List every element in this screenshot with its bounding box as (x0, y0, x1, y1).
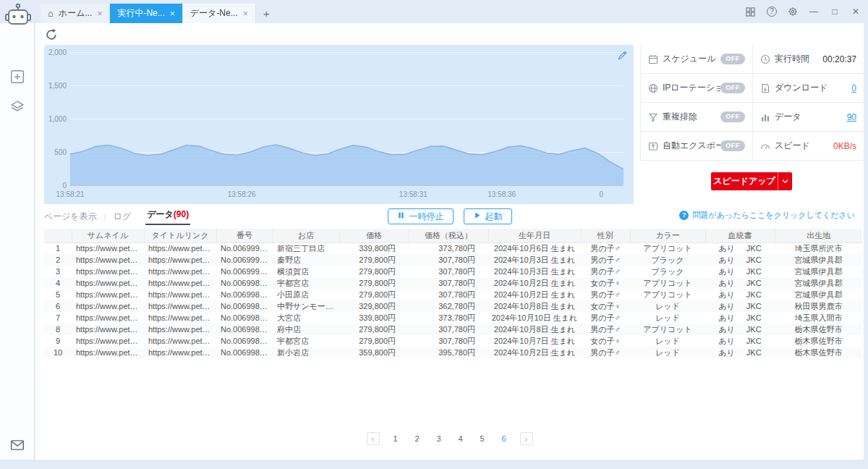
table-cell: 395,780円 (409, 347, 488, 358)
table-cell: 373,780円 (409, 312, 488, 324)
prev-page-icon[interactable]: ‹ (367, 432, 380, 445)
table-row[interactable]: 4https://www.pet-coo.com/...https://www.… (44, 277, 862, 289)
tab-data[interactable]: データ(90) (145, 208, 190, 225)
table-cell[interactable]: https://www.pet-coo.com/... (144, 254, 216, 266)
table-cell: 女の子♀ (581, 300, 630, 312)
table-cell[interactable]: https://www.pet-coo.com/... (144, 266, 216, 277)
table-cell[interactable]: https://www.pet-coo.com/... (144, 277, 216, 289)
page-number-6[interactable]: 6 (498, 434, 510, 443)
table-cell: No.00699836 (216, 324, 273, 335)
table-cell: 栃木県佐野市 (775, 335, 862, 347)
table-cell[interactable]: https://www.pet-coo.com/... (144, 300, 216, 312)
table-row[interactable]: 1https://www.pet-coo.com/...https://www.… (44, 242, 862, 254)
table-cell[interactable]: https://www.pet-coo.com/... (72, 324, 144, 335)
table-cell[interactable]: https://www.pet-coo.com/... (72, 347, 144, 358)
tab-home[interactable]: ⌂ ホーム... × (41, 4, 110, 23)
refresh-icon[interactable] (45, 28, 58, 41)
table-cell[interactable]: https://www.pet-coo.com/... (72, 335, 144, 347)
help-icon[interactable]: ? (767, 7, 777, 17)
tab-show-page[interactable]: ページを表示 (44, 211, 97, 223)
table-cell: 男の子♂ (581, 347, 630, 358)
schedule-setting[interactable]: スケジュール OFF (641, 45, 753, 73)
download-value[interactable]: 0 (851, 83, 856, 93)
trouble-help-link[interactable]: ? 問題があったらここをクリックしてください (679, 210, 855, 221)
table-cell[interactable]: https://www.pet-coo.com/... (144, 312, 216, 324)
table-cell[interactable]: https://www.pet-coo.com/... (144, 324, 216, 335)
table-cell: 2024年10月2日 生まれ (488, 289, 581, 300)
pause-button[interactable]: 一時停止 (388, 208, 454, 224)
table-cell[interactable]: https://www.pet-coo.com/... (72, 312, 144, 324)
chevron-down-icon[interactable] (778, 172, 792, 190)
table-cell[interactable]: https://www.pet-coo.com/... (72, 266, 144, 277)
table-row[interactable]: 3https://www.pet-coo.com/...https://www.… (44, 266, 862, 277)
ip-rotation-setting[interactable]: IPローテーション OFF (641, 74, 753, 102)
page-number-2[interactable]: 2 (412, 434, 423, 443)
table-cell[interactable]: https://www.pet-coo.com/... (72, 254, 144, 266)
tab-running-label: 実行中-Ne... (117, 7, 164, 20)
table-cell: アプリコット (630, 289, 705, 300)
table-cell[interactable]: https://www.pet-coo.com/... (72, 242, 144, 254)
table-cell: 新小岩店 (273, 347, 339, 358)
table-cell: 宮城県伊具郡 (775, 266, 862, 277)
question-circle-icon: ? (679, 211, 689, 220)
table-row[interactable]: 6https://www.pet-coo.com/...https://www.… (44, 300, 862, 312)
new-tab-button[interactable]: + (256, 4, 277, 23)
feedback-mail-icon[interactable] (10, 438, 25, 455)
table-cell: No.00699874 (216, 300, 273, 312)
table-cell: 大宮店 (273, 312, 339, 324)
ip-rotation-label: IPローテーション (663, 82, 720, 94)
table-row[interactable]: 7https://www.pet-coo.com/...https://www.… (44, 312, 862, 324)
dedup-setting[interactable]: 重複排除 OFF (641, 103, 753, 131)
auto-export-setting[interactable]: 自動エクスポート OFF (641, 132, 753, 160)
app-logo-robot-icon[interactable] (4, 1, 33, 30)
table-row[interactable]: 5https://www.pet-coo.com/...https://www.… (44, 289, 862, 300)
data-value[interactable]: 90 (847, 112, 856, 122)
page-number-5[interactable]: 5 (477, 434, 488, 443)
table-row[interactable]: 10https://www.pet-coo.com/...https://www… (44, 347, 862, 358)
page-number-1[interactable]: 1 (390, 434, 401, 443)
edit-pencil-icon[interactable] (618, 50, 627, 63)
table-cell[interactable]: https://www.pet-coo.com/... (72, 277, 144, 289)
settings-gear-icon[interactable] (788, 7, 798, 17)
table-row[interactable]: 2https://www.pet-coo.com/...https://www.… (44, 254, 862, 266)
table-cell[interactable]: https://www.pet-coo.com/... (144, 242, 216, 254)
column-header: お店 (273, 229, 339, 242)
schedule-toggle[interactable]: OFF (720, 54, 745, 64)
table-cell: 279,800円 (339, 324, 409, 335)
start-button[interactable]: 起動 (464, 208, 512, 224)
tab-data-task[interactable]: データ-Ne... × (183, 4, 256, 23)
apps-grid-icon[interactable] (746, 7, 756, 17)
y-axis-tick: 1,500 (44, 82, 67, 90)
tab-running-task[interactable]: 実行中-Ne... × (110, 4, 182, 23)
new-task-icon[interactable] (10, 69, 25, 87)
table-cell[interactable]: https://www.pet-coo.com/... (144, 289, 216, 300)
table-cell[interactable]: https://www.pet-coo.com/... (72, 300, 144, 312)
maximize-icon[interactable]: □ (830, 7, 840, 16)
next-page-icon[interactable]: › (520, 432, 533, 445)
tab-data-label: データ-Ne... (190, 7, 238, 20)
speed-up-button[interactable]: スピードアップ (711, 172, 792, 190)
start-label: 起動 (485, 211, 503, 223)
tab-separator: | (104, 212, 106, 221)
table-cell[interactable]: https://www.pet-coo.com/... (72, 289, 144, 300)
page-number-4[interactable]: 4 (455, 434, 467, 443)
close-icon[interactable]: × (170, 9, 175, 18)
table-cell[interactable]: https://www.pet-coo.com/... (144, 347, 216, 358)
close-icon[interactable]: × (243, 9, 248, 18)
table-row[interactable]: 8https://www.pet-coo.com/...https://www.… (44, 324, 862, 335)
minimize-icon[interactable]: — (809, 7, 819, 16)
close-icon[interactable]: × (97, 9, 102, 18)
dedup-toggle[interactable]: OFF (720, 111, 745, 122)
table-cell: 男の子♂ (581, 312, 630, 324)
window-close-icon[interactable]: ✕ (851, 7, 861, 16)
task-layers-icon[interactable] (10, 100, 25, 117)
table-cell[interactable]: https://www.pet-coo.com/... (144, 335, 216, 347)
page-number-3[interactable]: 3 (433, 434, 445, 443)
auto-export-toggle[interactable]: OFF (720, 140, 745, 151)
table-cell: 男の子♂ (581, 266, 630, 277)
ip-rotation-toggle[interactable]: OFF (720, 83, 745, 93)
column-header: 番号 (216, 229, 273, 242)
tab-log[interactable]: ログ (114, 211, 132, 223)
table-row[interactable]: 9https://www.pet-coo.com/...https://www.… (44, 335, 862, 347)
table-cell: 2024年10月3日 生まれ (488, 254, 581, 266)
